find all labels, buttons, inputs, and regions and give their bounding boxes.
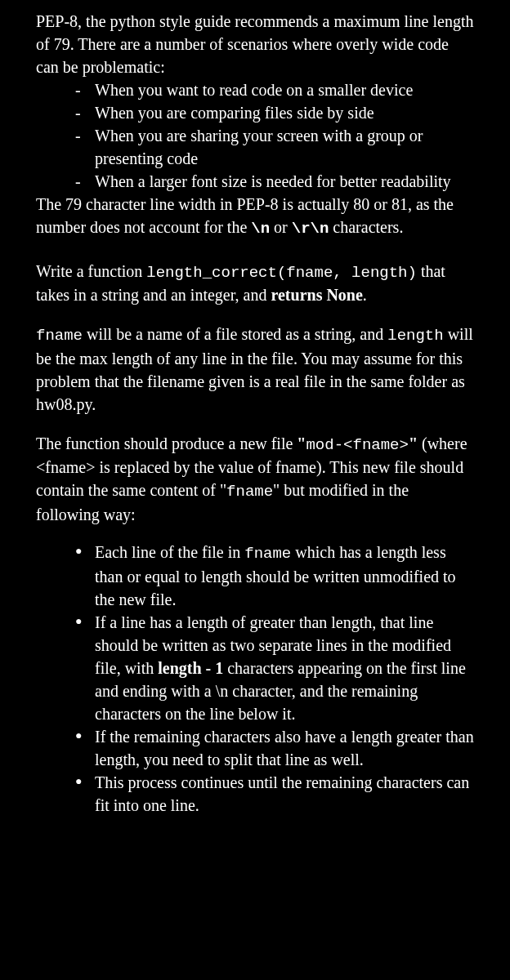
list-item: When you want to read code on a smaller … <box>75 78 474 101</box>
text: characters. <box>329 218 403 236</box>
code-fname: fname <box>36 327 83 345</box>
returns-none: returns None <box>271 286 362 304</box>
function-spec: Write a function length_correct(fname, l… <box>36 260 474 307</box>
code-function-signature: length_correct(fname, length) <box>146 264 417 282</box>
intro-paragraph: PEP-8, the python style guide recommends… <box>36 10 474 78</box>
list-item: If the remaining characters also have a … <box>75 725 474 771</box>
list-item: When you are comparing files side by sid… <box>75 101 474 124</box>
rules-list: Each line of the file in fname which has… <box>36 541 474 817</box>
text: will be a name of a file stored as a str… <box>83 325 387 343</box>
list-item: This process continues until the remaini… <box>75 771 474 817</box>
params-description: fname will be a name of a file stored as… <box>36 323 474 416</box>
list-item: When a larger font size is needed for be… <box>75 170 474 193</box>
length-minus-one: length - 1 <box>158 659 223 677</box>
text: Write a function <box>36 262 146 280</box>
text: Each line of the file in <box>95 543 244 561</box>
code-crlf: \r\n <box>292 220 329 238</box>
list-item: Each line of the file in fname which has… <box>75 541 474 611</box>
line-width-note: The 79 character line width in PEP-8 is … <box>36 193 474 240</box>
code-mod-fname: mod-<fname> <box>306 436 408 454</box>
scenarios-list: When you want to read code on a smaller … <box>36 78 474 193</box>
list-item: If a line has a length of greater than l… <box>75 611 474 725</box>
quote: " <box>409 434 418 452</box>
text: The function should produce a new file <box>36 434 297 452</box>
code-fname-inline: fname <box>244 545 291 563</box>
text: or <box>270 218 292 236</box>
list-item: When you are sharing your screen with a … <box>75 124 474 170</box>
code-newline: \n <box>251 220 270 238</box>
text: . <box>363 286 367 304</box>
quote: " <box>297 434 306 452</box>
code-fname-quoted: fname <box>226 483 273 501</box>
code-length: length <box>387 327 443 345</box>
output-description: The function should produce a new file "… <box>36 432 474 526</box>
